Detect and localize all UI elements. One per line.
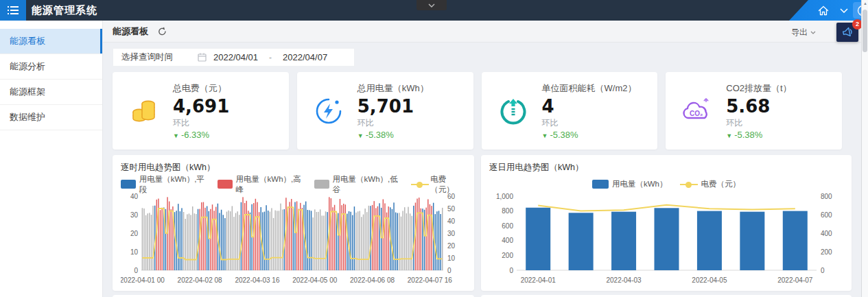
chevron-down-icon xyxy=(810,31,816,34)
kpi-card: CO₂CO2排放量（t）5.68环比▼-5.38% xyxy=(666,72,842,150)
sidebar-item[interactable]: 能源分析 xyxy=(0,54,102,80)
chart-title: 逐时用电趋势图（kWh） xyxy=(121,162,466,174)
svg-text:2022-04-01: 2022-04-01 xyxy=(521,276,556,284)
menu-toggle-button[interactable] xyxy=(0,0,26,21)
date-filter-label: 选择查询时间 xyxy=(121,51,173,63)
svg-text:40: 40 xyxy=(447,217,456,225)
co2-cloud-icon: CO₂ xyxy=(679,97,715,125)
chart-title: 逐日用电趋势图（kWh） xyxy=(489,162,843,174)
app-header: 能源管理系统 xyxy=(0,0,868,21)
vertical-scrollbar[interactable]: ▲ xyxy=(861,0,868,297)
kpi-value: 4 xyxy=(542,96,637,117)
legend-item[interactable]: 电费（元） xyxy=(680,179,741,189)
kpi-text: 总电费（元）4,691环比▼-6.33% xyxy=(173,82,229,140)
legend-label: 用电量（kWh）,低谷 xyxy=(333,174,399,195)
power-arrow-icon xyxy=(495,97,531,126)
svg-text:2022-04-07 16: 2022-04-07 16 xyxy=(408,276,452,284)
breadcrumb: 能源看板 xyxy=(113,25,148,38)
legend-item[interactable]: 用电量（kWh）,低谷 xyxy=(314,174,399,195)
kpi-label: 总电费（元） xyxy=(173,82,229,95)
down-triangle-icon: ▼ xyxy=(357,132,364,139)
kpi-card: 总电费（元）4,691环比▼-6.33% xyxy=(113,72,289,150)
legend-item[interactable]: 用电量（kWh）,平段 xyxy=(121,174,205,195)
date-range-picker[interactable]: 选择查询时间 2022/04/01 - 2022/04/07 xyxy=(113,48,355,67)
legend-line-swatch xyxy=(680,180,698,189)
legend-swatch xyxy=(218,180,233,189)
scrollbar-thumb[interactable] xyxy=(863,10,867,52)
svg-text:20: 20 xyxy=(130,230,139,237)
svg-text:2022-04-07: 2022-04-07 xyxy=(777,276,813,284)
hamburger-icon xyxy=(8,5,19,15)
panel-collapse-button[interactable] xyxy=(417,0,447,10)
svg-text:200: 200 xyxy=(821,248,832,256)
legend-swatch xyxy=(592,180,609,189)
daily-usage-chart: 02004006008001,00002004006008002022-04-0… xyxy=(489,191,841,288)
svg-text:10: 10 xyxy=(130,248,139,256)
svg-text:2022-04-05 00: 2022-04-05 00 xyxy=(292,276,337,284)
svg-text:20: 20 xyxy=(447,242,456,250)
chevron-down-icon xyxy=(428,3,435,8)
export-button[interactable]: 导出 xyxy=(791,27,816,38)
date-range-separator: - xyxy=(269,53,272,62)
kpi-text: 单位面积能耗（W/m2）4环比▼-5.38% xyxy=(542,82,637,140)
svg-text:600: 600 xyxy=(502,222,513,230)
home-button[interactable] xyxy=(818,5,829,16)
down-triangle-icon: ▼ xyxy=(726,132,732,139)
svg-text:40: 40 xyxy=(130,193,139,200)
sidebar: 能源看板能源分析能源框架数据维护 xyxy=(0,21,103,297)
svg-text:0: 0 xyxy=(509,267,513,274)
svg-text:2022-04-01 00: 2022-04-01 00 xyxy=(121,276,165,284)
kpi-text: CO2排放量（t）5.68环比▼-5.38% xyxy=(726,82,791,140)
sidebar-item[interactable]: 能源框架 xyxy=(0,80,102,105)
legend-line-swatch xyxy=(411,180,427,189)
legend-item[interactable]: 用电量（kWh）,高峰 xyxy=(218,174,302,195)
end-date-value[interactable]: 2022/04/07 xyxy=(283,52,327,62)
header-right-section xyxy=(789,0,868,21)
svg-text:600: 600 xyxy=(821,211,832,219)
chart-legend: 用电量（kWh）电费（元） xyxy=(489,179,843,189)
header-dropdown-button[interactable] xyxy=(840,8,848,13)
notification-button[interactable]: 2 xyxy=(836,23,858,42)
start-date-value[interactable]: 2022/04/01 xyxy=(213,52,258,62)
home-icon xyxy=(818,5,829,16)
kpi-change: ▼-5.38% xyxy=(542,130,637,140)
kpi-label: 总用电量（kWh） xyxy=(357,82,429,95)
announcement-horn-icon xyxy=(842,27,854,38)
charts-row: 逐时用电趋势图（kWh） 用电量（kWh）,平段用电量（kWh）,高峰用电量（k… xyxy=(113,155,852,291)
legend-label: 用电量（kWh） xyxy=(612,179,668,189)
svg-text:2022-04-05: 2022-04-05 xyxy=(692,276,727,284)
sidebar-item[interactable]: 能源看板 xyxy=(0,29,102,54)
calendar-icon xyxy=(198,53,207,62)
main-content: 能源看板 导出 2 选择查询时间 2022/04/01 - 2022/04/07… xyxy=(103,21,861,297)
svg-text:50: 50 xyxy=(447,205,456,213)
legend-item[interactable]: 电费（元） xyxy=(411,174,466,195)
kpi-card: 单位面积能耗（W/m2）4环比▼-5.38% xyxy=(482,72,658,150)
svg-text:800: 800 xyxy=(821,193,832,200)
legend-label: 用电量（kWh）,平段 xyxy=(139,174,205,195)
svg-text:2022-04-03: 2022-04-03 xyxy=(606,276,642,284)
refresh-button[interactable] xyxy=(158,27,167,36)
scroll-up-arrow-icon[interactable]: ▲ xyxy=(863,1,868,5)
svg-text:2022-04-06 08: 2022-04-06 08 xyxy=(350,276,395,284)
breadcrumb-bar: 能源看板 导出 2 xyxy=(103,21,861,43)
kpi-compare-label: 环比 xyxy=(357,117,429,129)
refresh-icon xyxy=(158,27,167,36)
daily-usage-chart-card: 逐日用电趋势图（kWh） 用电量（kWh）电费（元） 0200400600800… xyxy=(481,155,852,291)
kpi-label: CO2排放量（t） xyxy=(726,82,791,95)
chart-legend: 用电量（kWh）,平段用电量（kWh）,高峰用电量（kWh）,低谷电费（元） xyxy=(121,179,466,189)
svg-text:0: 0 xyxy=(134,267,138,274)
kpi-change: ▼-5.38% xyxy=(726,130,791,140)
app-title: 能源管理系统 xyxy=(32,0,97,21)
legend-item[interactable]: 用电量（kWh） xyxy=(592,179,668,189)
legend-swatch xyxy=(314,180,329,189)
legend-swatch xyxy=(121,180,136,189)
legend-label: 电费（元） xyxy=(701,179,741,189)
svg-text:60: 60 xyxy=(447,193,456,200)
filter-bar: 选择查询时间 2022/04/01 - 2022/04/07 xyxy=(113,48,852,67)
sidebar-item[interactable]: 数据维护 xyxy=(0,105,102,130)
kpi-card: 总用电量（kWh）5,701环比▼-5.38% xyxy=(297,72,473,150)
kpi-value: 5.68 xyxy=(726,96,791,117)
kpi-row: 总电费（元）4,691环比▼-6.33%总用电量（kWh）5,701环比▼-5.… xyxy=(113,72,852,150)
kpi-compare-label: 环比 xyxy=(173,117,229,129)
bolt-icon xyxy=(311,97,347,126)
